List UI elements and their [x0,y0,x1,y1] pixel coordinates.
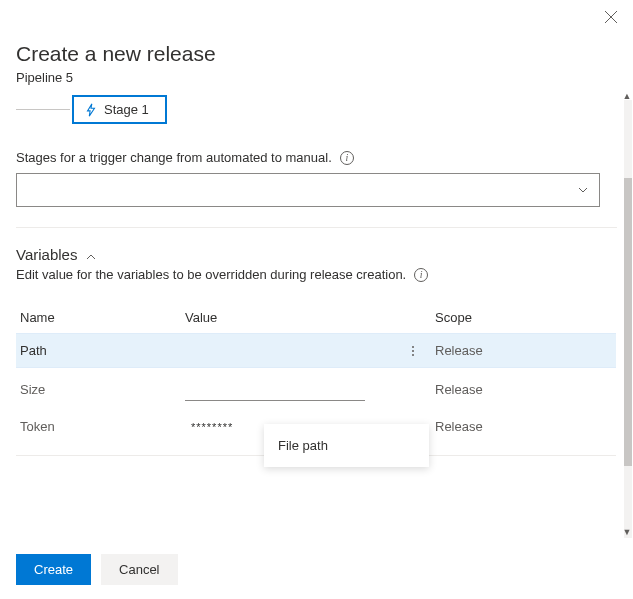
stage-connector [16,109,70,110]
lightning-icon [84,103,98,117]
create-button[interactable]: Create [16,554,91,585]
cancel-button[interactable]: Cancel [101,554,177,585]
tooltip: File path [264,424,429,467]
page-title: Create a new release [16,42,617,66]
info-icon[interactable]: i [414,268,428,282]
col-value: Value [185,310,405,325]
table-row[interactable]: Size Release [16,368,616,410]
variables-section-header[interactable]: Variables [16,246,617,263]
pipeline-name: Pipeline 5 [16,70,617,85]
footer-actions: Create Cancel [16,554,178,585]
close-button[interactable] [603,8,619,28]
info-icon[interactable]: i [340,151,354,165]
table-row[interactable]: Path Release [16,333,616,368]
var-value-cell[interactable] [185,377,405,401]
col-name: Name [20,310,185,325]
variables-section-desc: Edit value for the variables to be overr… [16,267,617,282]
var-value-input[interactable] [185,377,365,401]
scroll-down-arrow[interactable]: ▼ [622,527,632,537]
var-scope: Release [435,419,612,434]
stage-graph: Stage 1 [16,95,617,124]
var-scope: Release [435,343,612,358]
col-scope: Scope [435,310,612,325]
stage-label: Stage 1 [104,102,149,117]
scrollbar-track[interactable] [624,100,632,538]
row-menu-button[interactable] [405,346,421,356]
table-header: Name Value Scope [16,302,616,333]
section-divider [16,227,617,228]
chevron-down-icon [577,184,589,196]
var-name: Size [20,382,185,397]
trigger-stages-dropdown[interactable] [16,173,600,207]
var-scope: Release [435,382,612,397]
trigger-section-label: Stages for a trigger change from automat… [16,150,617,165]
var-name: Path [20,343,185,358]
stage-box[interactable]: Stage 1 [72,95,167,124]
scrollbar-thumb[interactable] [624,178,632,466]
var-name: Token [20,419,185,434]
chevron-up-icon [85,249,97,261]
